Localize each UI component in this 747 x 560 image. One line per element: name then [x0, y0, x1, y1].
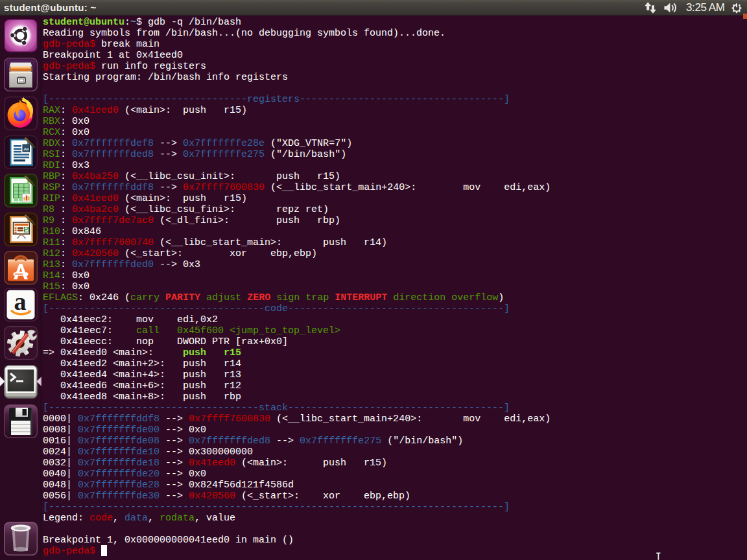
svg-text:a: a — [14, 288, 27, 315]
